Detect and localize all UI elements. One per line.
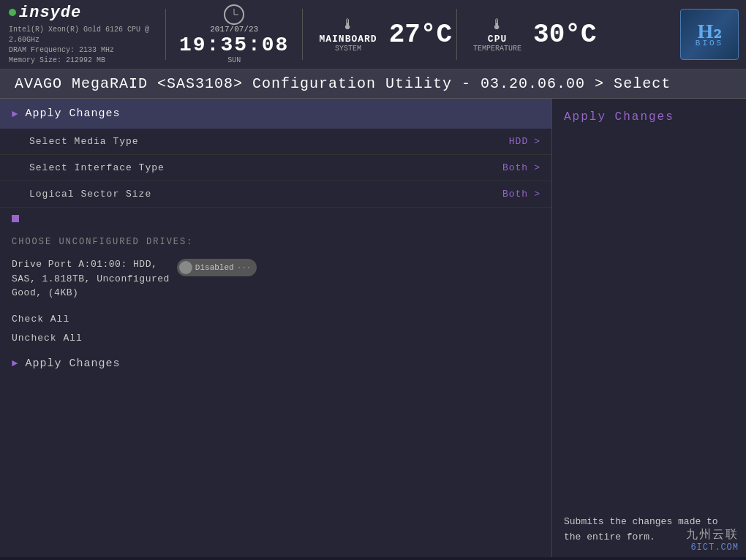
- cpu-temp-display: 30°C: [533, 20, 596, 50]
- select-media-type-row[interactable]: Select Media Type HDD >: [0, 129, 551, 155]
- cpu-sub-label: TEMPERATURE: [473, 45, 521, 53]
- system-temp-value: 27°C: [389, 20, 452, 50]
- divider-2: [302, 9, 303, 60]
- system-temp-section: 🌡 MAINBOARD SYSTEM: [307, 16, 388, 53]
- page-title: AVAGO MegaRAID <SAS3108> Configuration U…: [15, 75, 671, 92]
- uncheck-all-row[interactable]: Uncheck All: [0, 328, 551, 350]
- apply-bottom-arrow-icon: ►: [12, 357, 18, 369]
- cpu-temp-section: 🌡 CPU TEMPERATURE: [461, 16, 533, 53]
- apply-changes-top-label: Apply Changes: [25, 107, 120, 120]
- check-all-label: Check All: [12, 314, 69, 325]
- drive-port-text: Drive Port A:01:00: HDD, SAS, 1.818TB, U…: [12, 257, 170, 300]
- cpu-temp-value: 30°C: [533, 20, 596, 50]
- logo-text: insyde: [9, 4, 152, 22]
- main-content: ► Apply Changes Select Media Type HDD > …: [0, 99, 746, 557]
- time-display: 19:35:08: [179, 34, 289, 56]
- apply-changes-top-row[interactable]: ► Apply Changes: [0, 99, 551, 129]
- select-interface-type-value: Both: [502, 162, 528, 173]
- select-interface-type-value-container: Both >: [502, 162, 540, 173]
- logical-sector-size-value: Both: [502, 189, 528, 200]
- clock-icon: [224, 4, 244, 25]
- insyde-bios-text: BIOS: [696, 39, 723, 48]
- right-panel-title: Apply Changes: [564, 110, 734, 124]
- left-panel: ► Apply Changes Select Media Type HDD > …: [0, 99, 552, 557]
- system-label: MAINBOARD: [319, 34, 377, 45]
- cpu-thermo-icon: 🌡: [490, 16, 505, 34]
- date-display: 2017/07/23: [210, 25, 258, 34]
- check-all-row[interactable]: Check All: [0, 306, 551, 328]
- toggle-circle-icon: [179, 261, 192, 274]
- watermark: 九州云联 6ICT.COM: [686, 527, 739, 553]
- logical-sector-size-value-container: Both >: [502, 189, 540, 200]
- header-bar: insyde Intel(R) Xeon(R) Gold 6126 CPU @ …: [0, 0, 746, 69]
- toggle-label: Disabled: [195, 263, 234, 272]
- right-panel: Apply Changes Submits the changes made t…: [552, 99, 746, 557]
- thermometer-icon: 🌡: [341, 16, 355, 34]
- logo-dot-icon: [9, 9, 16, 16]
- watermark-line1: 九州云联: [686, 527, 739, 542]
- purple-square-divider: [12, 215, 19, 222]
- select-media-type-label: Select Media Type: [29, 136, 139, 147]
- divider-1: [165, 9, 166, 60]
- drive-toggle-button[interactable]: Disabled ···: [177, 259, 257, 276]
- apply-changes-bottom-label: Apply Changes: [25, 357, 120, 370]
- title-bar: AVAGO MegaRAID <SAS3108> Configuration U…: [0, 69, 746, 99]
- cpu-info: Intel(R) Xeon(R) Gold 6126 CPU @ 2.60GHz…: [9, 25, 152, 66]
- drive-text: Drive Port A:01:00: HDD, SAS, 1.818TB, U…: [12, 257, 170, 300]
- logical-sector-size-row[interactable]: Logical Sector Size Both >: [0, 181, 551, 208]
- select-media-type-value: HDD: [509, 136, 528, 147]
- select-interface-type-row[interactable]: Select Interface Type Both >: [0, 155, 551, 181]
- sector-size-arrow-icon: >: [534, 189, 540, 200]
- select-interface-type-label: Select Interface Type: [29, 162, 165, 173]
- uncheck-all-label: Uncheck All: [12, 333, 83, 344]
- apply-changes-bottom-row[interactable]: ► Apply Changes: [0, 350, 551, 377]
- choose-drives-title: CHOOSE UNCONFIGURED DRIVES:: [0, 230, 551, 251]
- datetime-section: 2017/07/23 19:35:08 SUN: [170, 4, 298, 64]
- logical-sector-size-label: Logical Sector Size: [29, 189, 151, 200]
- media-type-arrow-icon: >: [534, 136, 540, 147]
- cpu-label: CPU: [488, 34, 507, 45]
- drive-item-row: Drive Port A:01:00: HDD, SAS, 1.818TB, U…: [0, 251, 551, 306]
- selected-arrow-icon: ►: [12, 108, 18, 120]
- system-sub-label: SYSTEM: [335, 45, 361, 53]
- interface-type-arrow-icon: >: [534, 162, 540, 173]
- toggle-dots-icon: ···: [237, 263, 252, 272]
- insyde-bios-logo: H₂ BIOS: [680, 9, 739, 60]
- select-media-type-value-container: HDD >: [509, 136, 540, 147]
- brand-logo: insyde: [19, 4, 81, 22]
- day-display: SUN: [227, 56, 241, 64]
- watermark-line2: 6ICT.COM: [686, 542, 739, 553]
- logo-section: insyde Intel(R) Xeon(R) Gold 6126 CPU @ …: [0, 0, 161, 72]
- system-temp-display: 27°C: [389, 20, 452, 50]
- divider-3: [456, 9, 457, 60]
